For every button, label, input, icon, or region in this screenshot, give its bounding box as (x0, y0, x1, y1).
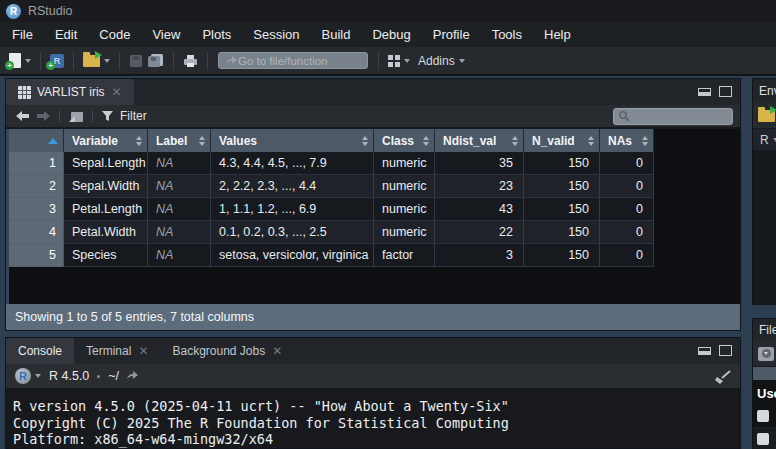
close-icon[interactable]: ✕ (112, 85, 122, 99)
menu-build[interactable]: Build (311, 22, 362, 47)
menu-profile[interactable]: Profile (422, 22, 481, 47)
file-checkbox[interactable] (757, 410, 769, 422)
title-bar: R RStudio (0, 0, 776, 22)
rstudio-logo-icon: R (6, 4, 21, 19)
menu-edit[interactable]: Edit (44, 22, 88, 47)
row-number-header[interactable] (9, 129, 64, 152)
row-number: 2 (9, 175, 64, 198)
tab-background-jobs[interactable]: Background Jobs ✕ (160, 338, 294, 364)
new-file-icon: + (9, 53, 21, 68)
file-checkbox[interactable] (757, 433, 769, 445)
close-icon[interactable]: ✕ (272, 344, 282, 358)
cell-values: 1, 1.1, 1.2, ..., 6.9 (211, 198, 374, 221)
print-button[interactable] (183, 54, 198, 68)
table-status-bar: Showing 1 to 5 of 5 entries, 7 total col… (6, 304, 740, 330)
chevron-down-icon (104, 59, 110, 63)
working-directory-label[interactable]: ~/ (108, 369, 119, 383)
console-output[interactable]: R version 4.5.0 (2025-04-11 ucrt) -- "Ho… (6, 389, 740, 448)
sort-carets-icon (588, 136, 594, 146)
filter-icon[interactable] (101, 110, 114, 122)
row-number: 4 (9, 221, 64, 244)
cell-label: NA (148, 244, 211, 267)
maximize-pane-icon[interactable] (719, 345, 732, 356)
sort-carets-icon (136, 136, 142, 146)
environment-scope-dropdown[interactable]: R (753, 129, 776, 151)
table-search-input[interactable] (631, 111, 727, 123)
menu-tools[interactable]: Tools (481, 22, 533, 47)
menu-debug[interactable]: Debug (361, 22, 421, 47)
files-list: User (753, 380, 776, 449)
column-header-class[interactable]: Class (374, 129, 435, 152)
column-header-values[interactable]: Values (211, 129, 374, 152)
close-icon[interactable]: ✕ (138, 344, 148, 358)
menu-help[interactable]: Help (533, 22, 582, 47)
tab-files[interactable]: Files (753, 319, 776, 341)
filter-button-label[interactable]: Filter (120, 109, 147, 123)
toolbar-separator (59, 109, 60, 123)
menu-bar: File Edit Code View Plots Session Build … (0, 22, 776, 47)
cell-nas: 0 (600, 221, 654, 244)
open-in-new-window-icon[interactable] (68, 110, 84, 123)
column-header-variable[interactable]: Variable (64, 129, 148, 152)
back-arrow-icon[interactable] (15, 110, 30, 122)
console-tab-bar: Console Terminal ✕ Background Jobs ✕ (6, 338, 740, 364)
table-row[interactable]: 4 Petal.Width NA 0.1, 0.2, 0.3, ..., 2.5… (9, 221, 654, 244)
maximize-pane-icon[interactable] (719, 86, 732, 97)
toolbar-separator (378, 52, 379, 70)
console-line: Platform: x86_64-w64-mingw32/x64 (13, 431, 740, 448)
minimize-pane-icon[interactable] (698, 88, 711, 96)
tab-console[interactable]: Console (6, 338, 74, 364)
file-list-item[interactable] (753, 428, 776, 449)
toolbar-separator (173, 52, 174, 70)
table-row[interactable]: 2 Sepal.Width NA 2, 2.2, 2.3, ..., 4.4 n… (9, 175, 654, 198)
cell-variable: Petal.Width (64, 221, 148, 244)
column-header-label[interactable]: Label (148, 129, 211, 152)
files-toolbar (753, 341, 776, 367)
menu-code[interactable]: Code (88, 22, 141, 47)
goto-file-function-box[interactable] (218, 52, 368, 69)
data-table: Variable Label Values Class Ndist_val N_… (6, 129, 740, 304)
goto-directory-icon[interactable] (125, 370, 140, 382)
cell-n-valid: 150 (524, 244, 600, 267)
file-list-item[interactable] (753, 405, 776, 428)
chevron-down-icon (404, 59, 410, 63)
sort-carets-icon (199, 136, 205, 146)
chevron-down-icon[interactable] (35, 374, 41, 378)
menu-plots[interactable]: Plots (191, 22, 242, 47)
tab-terminal[interactable]: Terminal ✕ (74, 338, 160, 364)
cell-nas: 0 (600, 198, 654, 221)
menu-view[interactable]: View (141, 22, 191, 47)
cell-values: setosa, versicolor, virginica (211, 244, 374, 267)
pane-layout-button[interactable] (388, 55, 410, 67)
goto-file-input[interactable] (238, 55, 356, 67)
column-header-nas[interactable]: NAs (600, 129, 654, 152)
save-button[interactable] (129, 54, 143, 68)
cell-variable: Sepal.Width (64, 175, 148, 198)
cell-label: NA (148, 221, 211, 244)
forward-arrow-icon[interactable] (36, 110, 51, 122)
column-header-ndist-val[interactable]: Ndist_val (435, 129, 524, 152)
files-action-icon[interactable] (758, 347, 774, 361)
tab-varlist-iris[interactable]: VARLIST iris ✕ (6, 79, 134, 105)
open-file-button[interactable] (83, 55, 110, 67)
toolbar-separator (119, 52, 120, 70)
table-search-box[interactable] (613, 108, 733, 125)
load-workspace-icon[interactable] (758, 110, 775, 122)
table-row[interactable]: 1 Sepal.Length NA 4.3, 4.4, 4.5, ..., 7.… (9, 152, 654, 175)
table-row[interactable]: 3 Petal.Length NA 1, 1.1, 1.2, ..., 6.9 … (9, 198, 654, 221)
menu-file[interactable]: File (1, 22, 44, 47)
save-icon (129, 54, 143, 68)
clear-console-icon[interactable] (714, 369, 732, 385)
save-all-button[interactable] (147, 53, 164, 68)
cell-n-valid: 150 (524, 221, 600, 244)
minimize-pane-icon[interactable] (698, 347, 711, 355)
table-row[interactable]: 5 Species NA setosa, versicolor, virgini… (9, 244, 654, 267)
addins-button[interactable]: Addins (414, 54, 465, 68)
column-header-n-valid[interactable]: N_valid (524, 129, 600, 152)
new-file-button[interactable]: + (9, 53, 31, 68)
menu-session[interactable]: Session (242, 22, 310, 47)
tab-environment[interactable]: Environment (753, 79, 776, 103)
new-project-button[interactable]: R+ (50, 54, 64, 68)
cell-variable: Petal.Length (64, 198, 148, 221)
cell-class: numeric (374, 221, 435, 244)
